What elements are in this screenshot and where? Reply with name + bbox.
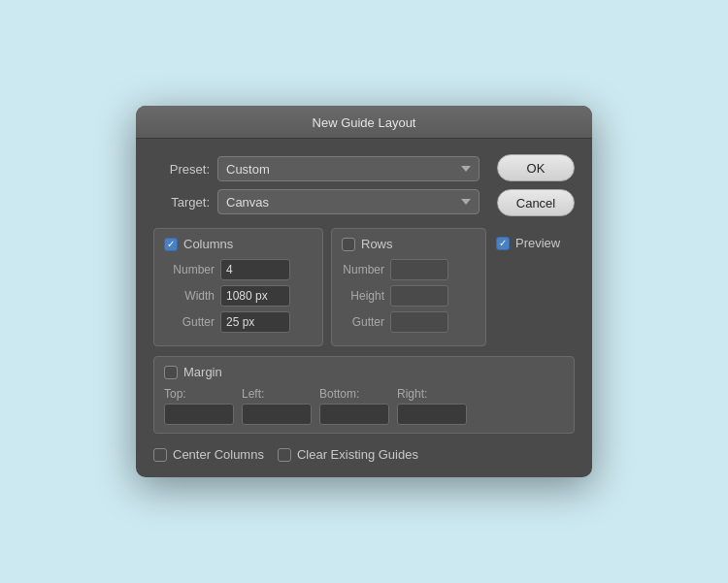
- columns-section: ✓ Columns Number Width Gutter: [153, 228, 323, 346]
- preview-section: ✓ Preview: [496, 228, 560, 250]
- margin-checkbox[interactable]: [164, 366, 178, 379]
- preview-row: ✓ Preview: [496, 236, 560, 250]
- columns-width-label: Width: [164, 289, 215, 303]
- preset-row: Preset: Custom Default 960 Grid 1200 Gri…: [153, 156, 483, 181]
- columns-width-row: Width: [164, 285, 313, 307]
- target-row: Target: Canvas Artboard Selection: [153, 189, 483, 214]
- margin-label: Margin: [183, 365, 222, 379]
- rows-checkbox[interactable]: [342, 238, 355, 251]
- rows-height-input[interactable]: [390, 285, 448, 307]
- clear-existing-label: Clear Existing Guides: [297, 447, 418, 462]
- margin-top-field: Top:: [164, 387, 234, 425]
- margin-right-label: Right:: [397, 387, 427, 401]
- margin-top-input[interactable]: [164, 404, 234, 425]
- rows-number-input[interactable]: [390, 259, 448, 280]
- target-select[interactable]: Canvas Artboard Selection: [217, 189, 480, 214]
- columns-header: ✓ Columns: [164, 237, 313, 251]
- bottom-row: Center Columns Clear Existing Guides: [153, 443, 575, 462]
- preview-checkbox[interactable]: ✓: [496, 237, 510, 250]
- rows-height-label: Height: [342, 289, 384, 303]
- dialog-body: Preset: Custom Default 960 Grid 1200 Gri…: [136, 139, 592, 477]
- margin-bottom-input[interactable]: [319, 404, 389, 425]
- columns-label: Columns: [183, 237, 233, 251]
- preset-target-area: Preset: Custom Default 960 Grid 1200 Gri…: [153, 154, 575, 216]
- columns-gutter-input[interactable]: [220, 311, 290, 333]
- margin-left-input[interactable]: [242, 404, 312, 425]
- center-columns-checkbox[interactable]: [153, 448, 167, 462]
- columns-gutter-row: Gutter: [164, 311, 313, 333]
- dialog-title: New Guide Layout: [136, 106, 592, 139]
- new-guide-layout-dialog: New Guide Layout Preset: Custom Default …: [136, 106, 592, 477]
- preview-label: Preview: [515, 236, 560, 250]
- cancel-button[interactable]: Cancel: [497, 189, 575, 216]
- columns-number-label: Number: [164, 263, 215, 276]
- clear-existing-checkbox[interactable]: [278, 448, 291, 462]
- columns-checkbox[interactable]: ✓: [164, 238, 178, 251]
- rows-header: Rows: [342, 237, 476, 251]
- preset-label: Preset:: [153, 162, 210, 177]
- button-group: OK Cancel: [497, 154, 575, 216]
- margin-bottom-field: Bottom:: [319, 387, 389, 425]
- margin-right-input[interactable]: [397, 404, 467, 425]
- margin-header: Margin: [164, 365, 564, 379]
- rows-number-label: Number: [342, 263, 384, 276]
- ok-button[interactable]: OK: [497, 154, 575, 181]
- preset-select[interactable]: Custom Default 960 Grid 1200 Grid: [217, 156, 480, 181]
- columns-number-input[interactable]: [220, 259, 290, 280]
- rows-gutter-input[interactable]: [390, 311, 448, 333]
- rows-label: Rows: [361, 237, 393, 251]
- title-text: New Guide Layout: [313, 115, 416, 130]
- margin-left-field: Left:: [242, 387, 312, 425]
- rows-height-row: Height: [342, 285, 476, 307]
- center-columns-label: Center Columns: [173, 447, 264, 462]
- columns-gutter-label: Gutter: [164, 315, 215, 329]
- target-label: Target:: [153, 195, 210, 210]
- margin-top-label: Top:: [164, 387, 186, 401]
- rows-section: Rows Number Height Gutter: [331, 228, 486, 346]
- center-columns-item: Center Columns: [153, 447, 264, 462]
- margin-fields: Top: Left: Bottom: Right:: [164, 387, 564, 425]
- clear-existing-item: Clear Existing Guides: [278, 447, 418, 462]
- margin-left-label: Left:: [242, 387, 264, 401]
- margin-section: Margin Top: Left: Bottom: Right:: [153, 356, 575, 434]
- rows-gutter-row: Gutter: [342, 311, 476, 333]
- rows-gutter-label: Gutter: [342, 315, 384, 329]
- margin-bottom-label: Bottom:: [319, 387, 359, 401]
- columns-number-row: Number: [164, 259, 313, 280]
- margin-right-field: Right:: [397, 387, 467, 425]
- columns-width-input[interactable]: [220, 285, 290, 307]
- rows-number-row: Number: [342, 259, 476, 280]
